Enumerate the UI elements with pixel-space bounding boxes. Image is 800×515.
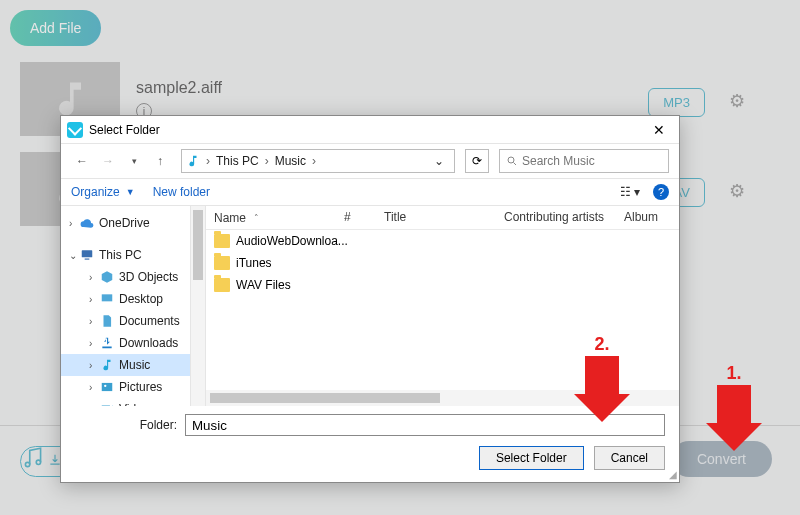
tree-item-label: Documents (119, 314, 180, 328)
annotation-arrow-2: 2. (585, 356, 630, 422)
folder-icon (214, 278, 230, 292)
column-album[interactable]: Album (616, 206, 679, 229)
docs-icon (99, 313, 115, 329)
dialog-title: Select Folder (89, 123, 645, 137)
nav-up-icon[interactable]: ↑ (149, 150, 171, 172)
folder-name: AudioWebDownloa... (236, 234, 348, 248)
gear-icon[interactable]: ⚙ (729, 180, 745, 202)
svg-point-8 (104, 385, 106, 387)
annotation-label: 1. (704, 363, 764, 384)
tree-item-label: OneDrive (99, 216, 150, 230)
breadcrumb[interactable]: › This PC › Music › ⌄ (181, 149, 455, 173)
folder-row[interactable]: WAV Files (206, 274, 679, 296)
annotation-label: 2. (572, 334, 632, 355)
svg-rect-6 (102, 347, 111, 349)
column-name[interactable]: Name (214, 211, 246, 225)
caret-icon: ⌄ (69, 250, 79, 261)
caret-icon: › (89, 360, 99, 371)
caret-icon: › (89, 338, 99, 349)
tree-item-videos[interactable]: ›Videos (61, 398, 190, 406)
tree-item-documents[interactable]: ›Documents (61, 310, 190, 332)
dl-icon (99, 335, 115, 351)
music-icon (99, 357, 115, 373)
add-file-button[interactable]: Add File (10, 10, 101, 46)
folder-row[interactable]: AudioWebDownloa... (206, 230, 679, 252)
tree-item-pictures[interactable]: ›Pictures (61, 376, 190, 398)
svg-rect-4 (85, 259, 90, 260)
view-options-button[interactable]: ☷ ▾ (615, 182, 645, 202)
nav-back-icon[interactable]: ← (71, 150, 93, 172)
caret-icon: › (89, 382, 99, 393)
svg-rect-7 (102, 383, 113, 391)
desktop-icon (99, 291, 115, 307)
folder-label: Folder: (75, 418, 185, 432)
pc-icon (79, 247, 95, 263)
breadcrumb-segment[interactable]: Music (271, 154, 310, 168)
3d-icon (99, 269, 115, 285)
file-name: sample2.aiff (136, 79, 222, 97)
tree-item-label: This PC (99, 248, 142, 262)
folder-icon (214, 256, 230, 270)
annotation-arrow-1: 1. (717, 385, 762, 451)
folder-name: WAV Files (236, 278, 291, 292)
tree-item-3d-objects[interactable]: ›3D Objects (61, 266, 190, 288)
svg-rect-5 (102, 294, 113, 301)
close-icon[interactable]: ✕ (645, 122, 673, 138)
tree-item-label: 3D Objects (119, 270, 178, 284)
caret-icon: › (89, 272, 99, 283)
gear-icon[interactable]: ⚙ (729, 90, 745, 112)
music-icon (186, 154, 200, 168)
pics-icon (99, 379, 115, 395)
app-icon (67, 122, 83, 138)
folder-tree: ›OneDrive⌄This PC›3D Objects›Desktop›Doc… (61, 206, 191, 406)
chevron-down-icon[interactable]: ▾ (123, 150, 145, 172)
help-icon[interactable]: ? (653, 184, 669, 200)
tree-item-onedrive[interactable]: ›OneDrive (61, 212, 190, 234)
caret-icon: › (89, 294, 99, 305)
column-artists[interactable]: Contributing artists (496, 206, 616, 229)
format-button-mp3[interactable]: MP3 (648, 88, 705, 117)
search-input[interactable]: Search Music (499, 149, 669, 173)
folder-name: iTunes (236, 256, 272, 270)
svg-point-2 (508, 157, 514, 163)
tree-item-desktop[interactable]: ›Desktop (61, 288, 190, 310)
column-number[interactable]: # (336, 206, 376, 229)
svg-rect-3 (82, 250, 93, 257)
caret-icon: › (89, 316, 99, 327)
new-folder-button[interactable]: New folder (153, 185, 210, 199)
breadcrumb-segment[interactable]: This PC (212, 154, 263, 168)
refresh-icon[interactable]: ⟳ (465, 149, 489, 173)
cancel-button[interactable]: Cancel (594, 446, 665, 470)
scrollbar[interactable] (191, 206, 206, 406)
select-folder-dialog: Select Folder ✕ ← → ▾ ↑ › This PC › Musi… (60, 115, 680, 483)
folder-icon (214, 234, 230, 248)
chevron-down-icon[interactable]: ⌄ (428, 154, 450, 168)
sort-indicator: ˄ (254, 213, 259, 223)
tree-item-label: Downloads (119, 336, 178, 350)
tree-item-music[interactable]: ›Music (61, 354, 190, 376)
select-folder-button[interactable]: Select Folder (479, 446, 584, 470)
column-title[interactable]: Title (376, 206, 496, 229)
caret-icon: › (69, 218, 79, 229)
tree-item-label: Pictures (119, 380, 162, 394)
folder-row[interactable]: iTunes (206, 252, 679, 274)
chevron-down-icon[interactable]: ▼ (126, 187, 135, 197)
tree-item-label: Music (119, 358, 150, 372)
nav-forward-icon: → (97, 150, 119, 172)
tree-item-this-pc[interactable]: ⌄This PC (61, 244, 190, 266)
tree-item-label: Desktop (119, 292, 163, 306)
search-placeholder: Search Music (522, 154, 595, 168)
organize-menu[interactable]: Organize (71, 185, 120, 199)
cloud-icon (79, 215, 95, 231)
column-headers[interactable]: Name˄ # Title Contributing artists Album (206, 206, 679, 230)
resize-grip-icon[interactable]: ◢ (669, 469, 677, 480)
search-icon (506, 155, 518, 167)
tree-item-downloads[interactable]: ›Downloads (61, 332, 190, 354)
